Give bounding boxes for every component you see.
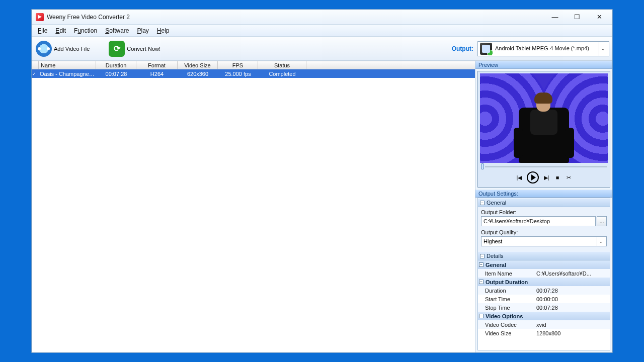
general-section-header[interactable]: − General bbox=[478, 198, 610, 207]
add-video-button[interactable]: Add Video File bbox=[35, 40, 94, 58]
close-button[interactable]: ✕ bbox=[588, 10, 610, 24]
convert-now-label: Convert Now! bbox=[127, 46, 160, 52]
cell-status: Completed bbox=[258, 71, 306, 77]
menu-function[interactable]: Function bbox=[70, 26, 101, 36]
convert-now-button[interactable]: ⟳ Convert Now! bbox=[108, 40, 165, 58]
output-settings-panel: − General Output Folder: ... Output Qual… bbox=[477, 198, 610, 350]
output-quality-label: Output Quality: bbox=[481, 229, 607, 235]
file-list-panel: Name Duration Format Video Size FPS Stat… bbox=[32, 61, 475, 352]
chevron-down-icon: ⌄ bbox=[599, 42, 607, 56]
column-video-size[interactable]: Video Size bbox=[178, 61, 218, 69]
output-label: Output: bbox=[452, 45, 473, 52]
preview-panel: |◀ ▶| ■ ✂ bbox=[477, 71, 610, 188]
cell-fps: 25.000 fps bbox=[218, 71, 258, 77]
menu-play[interactable]: Play bbox=[133, 26, 153, 36]
preview-title: Preview bbox=[475, 61, 612, 69]
column-format[interactable]: Format bbox=[136, 61, 178, 69]
output-settings-title: Output Settings: bbox=[475, 190, 612, 198]
minimize-button[interactable]: — bbox=[544, 10, 566, 24]
cell-format: H264 bbox=[136, 71, 178, 77]
table-row[interactable]: ✓ Oasis - Champagne… 00:07:28 H264 620x3… bbox=[32, 69, 475, 78]
add-video-label: Add Video File bbox=[54, 46, 90, 52]
output-profile-text: Android Tablet MPEG-4 Movie (*.mp4) bbox=[495, 45, 599, 51]
preview-canvas[interactable] bbox=[480, 73, 608, 163]
output-folder-label: Output Folder: bbox=[481, 209, 607, 215]
check-icon: ✓ bbox=[32, 71, 36, 76]
app-window: Weeny Free Video Converter 2 — ☐ ✕ File … bbox=[31, 9, 613, 353]
seek-bar[interactable] bbox=[480, 163, 608, 170]
output-quality-select[interactable]: Highest ⌄ bbox=[481, 236, 607, 246]
collapse-icon[interactable]: − bbox=[479, 280, 484, 284]
convert-icon: ⟳ bbox=[109, 41, 125, 57]
stop-button[interactable]: ■ bbox=[554, 174, 561, 181]
film-reel-icon bbox=[36, 41, 52, 57]
output-profile-dropdown[interactable]: Android Tablet MPEG-4 Movie (*.mp4) ⌄ bbox=[477, 41, 609, 56]
column-status[interactable]: Status bbox=[258, 61, 306, 69]
menu-file[interactable]: File bbox=[34, 26, 51, 36]
title-bar[interactable]: Weeny Free Video Converter 2 — ☐ ✕ bbox=[32, 10, 612, 25]
next-button[interactable]: ▶| bbox=[543, 174, 550, 181]
browse-button[interactable]: ... bbox=[597, 216, 607, 226]
details-section-header[interactable]: − Details bbox=[478, 251, 610, 260]
playback-controls: |◀ ▶| ■ ✂ bbox=[480, 170, 608, 185]
column-name[interactable]: Name bbox=[39, 61, 96, 69]
output-folder-input[interactable] bbox=[481, 216, 596, 226]
column-duration[interactable]: Duration bbox=[96, 61, 136, 69]
chevron-down-icon: ⌄ bbox=[597, 237, 604, 246]
android-tablet-icon bbox=[480, 43, 492, 55]
menu-help[interactable]: Help bbox=[153, 26, 174, 36]
play-button[interactable] bbox=[527, 171, 539, 184]
seek-handle[interactable] bbox=[481, 163, 484, 169]
details-grid[interactable]: −General Item NameC:¥Users¥softaro¥D... … bbox=[478, 260, 610, 350]
maximize-button[interactable]: ☐ bbox=[566, 10, 588, 24]
menu-software[interactable]: Software bbox=[101, 26, 133, 36]
window-title: Weeny Free Video Converter 2 bbox=[47, 14, 544, 21]
collapse-icon[interactable]: − bbox=[480, 254, 485, 258]
snapshot-button[interactable]: ✂ bbox=[565, 174, 572, 181]
column-check[interactable] bbox=[32, 61, 39, 69]
collapse-icon[interactable]: − bbox=[480, 201, 485, 205]
column-fps[interactable]: FPS bbox=[218, 61, 258, 69]
grid-header: Name Duration Format Video Size FPS Stat… bbox=[32, 61, 475, 69]
cell-size: 620x360 bbox=[178, 71, 218, 77]
sidebar: Preview |◀ ▶| ■ ✂ bbox=[475, 61, 612, 352]
toolbar: Add Video File ⟳ Convert Now! Output: An… bbox=[32, 37, 612, 61]
collapse-icon[interactable]: − bbox=[479, 262, 484, 267]
app-icon bbox=[36, 13, 44, 21]
cell-duration: 00:07:28 bbox=[96, 71, 136, 77]
menu-bar: File Edit Function Software Play Help bbox=[32, 25, 612, 37]
cell-name: Oasis - Champagne… bbox=[39, 71, 96, 77]
menu-edit[interactable]: Edit bbox=[51, 26, 70, 36]
collapse-icon[interactable]: − bbox=[479, 314, 484, 318]
prev-button[interactable]: |◀ bbox=[516, 174, 523, 181]
